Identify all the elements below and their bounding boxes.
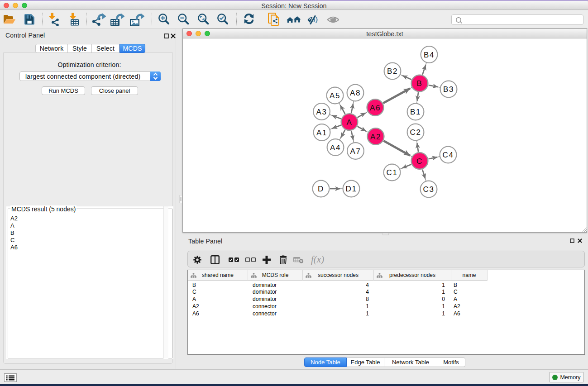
svg-text:C4: C4 [443,151,454,159]
svg-text:C: C [416,157,423,166]
svg-text:D: D [318,185,324,193]
svg-text:A7: A7 [350,147,361,156]
svg-text:C2: C2 [410,128,421,137]
svg-text:B2: B2 [387,67,398,76]
svg-text:A3: A3 [316,108,327,116]
svg-text:D1: D1 [346,185,357,193]
svg-text:B3: B3 [443,85,454,94]
svg-text:A1: A1 [316,129,327,137]
svg-text:C1: C1 [387,168,398,177]
svg-text:A2: A2 [370,133,381,141]
svg-text:A4: A4 [330,143,341,152]
svg-text:A6: A6 [370,104,381,112]
svg-text:B: B [417,79,423,88]
svg-text:A5: A5 [330,91,340,100]
svg-text:B1: B1 [410,108,421,116]
svg-text:A8: A8 [350,89,361,97]
svg-text:C3: C3 [423,185,435,194]
svg-text:A: A [347,118,353,127]
svg-text:B4: B4 [424,51,435,59]
